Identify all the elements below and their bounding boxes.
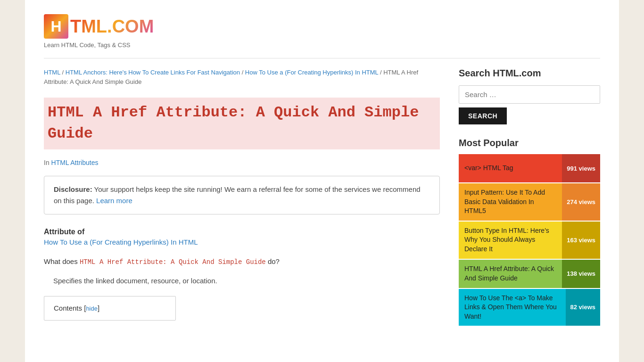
site-tagline: Learn HTML Code, Tags & CSS	[44, 41, 131, 49]
breadcrumb-link-html[interactable]: HTML	[44, 69, 60, 76]
popular-item-2[interactable]: Input Pattern: Use It To Add Basic Data …	[459, 183, 600, 221]
most-popular-title: Most Popular	[459, 138, 600, 148]
what-does-suffix: do?	[268, 257, 280, 265]
logo-h-icon: H	[44, 14, 68, 39]
disclosure-box: Disclosure: Your support helps keep the …	[44, 176, 440, 214]
search-input[interactable]	[459, 85, 600, 104]
category-link[interactable]: HTML Attributes	[51, 159, 99, 166]
contents-hide-link[interactable]: hide	[86, 305, 98, 312]
popular-item-1-views: 991 views	[562, 154, 600, 182]
popular-item-4[interactable]: HTML A Href Attribute: A Quick And Simpl…	[459, 260, 600, 288]
specifies-text: Specifies the linked document, resource,…	[53, 277, 440, 285]
popular-item-3-views: 163 views	[562, 222, 600, 259]
article-category: In HTML Attributes	[44, 159, 440, 166]
sidebar: Search HTML.com SEARCH Most Popular <var…	[459, 68, 600, 327]
what-does-section: What does HTML A Href Attribute: A Quick…	[44, 256, 440, 267]
popular-item-2-views: 274 views	[562, 183, 600, 221]
what-does-label: What does	[44, 257, 78, 265]
popular-item-2-text: Input Pattern: Use It To Add Basic Data …	[459, 183, 562, 221]
contents-title: Contents [hide]	[54, 304, 99, 312]
learn-more-link[interactable]: Learn more	[96, 197, 132, 205]
site-logo[interactable]: H TML.COM	[44, 14, 154, 39]
breadcrumb-link-anchors[interactable]: HTML Anchors: Here's How To Create Links…	[66, 69, 240, 76]
attribute-of-section: Attribute of How To Use a (For Creating …	[44, 228, 440, 247]
popular-item-5[interactable]: How To Use The <a> To Make Links & Open …	[459, 289, 600, 326]
page-wrapper: H TML.COM Learn HTML Code, Tags & CSS HT…	[25, 0, 619, 362]
popular-item-5-views: 82 views	[566, 289, 601, 326]
logo-container: H TML.COM Learn HTML Code, Tags & CSS	[44, 14, 600, 49]
contents-box: Contents [hide]	[44, 296, 176, 321]
article-title: HTML A Href Attribute: A Quick And Simpl…	[44, 98, 440, 149]
popular-item-4-text: HTML A Href Attribute: A Quick And Simpl…	[459, 260, 562, 288]
contents-label: Contents	[54, 304, 82, 312]
attribute-of-link[interactable]: How To Use a (For Creating Hyperlinks) I…	[44, 238, 198, 246]
logo-text: TML.COM	[70, 16, 154, 37]
popular-item-1-text: <var> HTML Tag	[459, 154, 562, 182]
breadcrumb-link-hyperlinks[interactable]: How To Use a (For Creating Hyperlinks) I…	[245, 69, 378, 76]
popular-item-1[interactable]: <var> HTML Tag 991 views	[459, 154, 600, 182]
main-layout: HTML / HTML Anchors: Here's How To Creat…	[44, 68, 600, 327]
breadcrumb-sep-1: /	[62, 69, 66, 76]
search-button[interactable]: SEARCH	[459, 107, 507, 124]
popular-item-5-text: How To Use The <a> To Make Links & Open …	[459, 289, 566, 326]
breadcrumb-sep-2: /	[242, 69, 245, 76]
what-does-code: HTML A Href Attribute: A Quick And Simpl…	[80, 258, 266, 266]
popular-item-4-views: 138 views	[562, 260, 600, 288]
sidebar-search-title: Search HTML.com	[459, 68, 600, 79]
breadcrumb: HTML / HTML Anchors: Here's How To Creat…	[44, 68, 440, 86]
attribute-of-label: Attribute of	[44, 228, 440, 236]
category-label: In	[44, 159, 50, 166]
popular-item-3[interactable]: Button Type In HTML: Here's Why You Shou…	[459, 222, 600, 259]
content-area: HTML / HTML Anchors: Here's How To Creat…	[44, 68, 440, 327]
site-header: H TML.COM Learn HTML Code, Tags & CSS	[44, 14, 600, 58]
disclosure-bold: Disclosure:	[54, 185, 92, 193]
popular-item-3-text: Button Type In HTML: Here's Why You Shou…	[459, 222, 562, 259]
